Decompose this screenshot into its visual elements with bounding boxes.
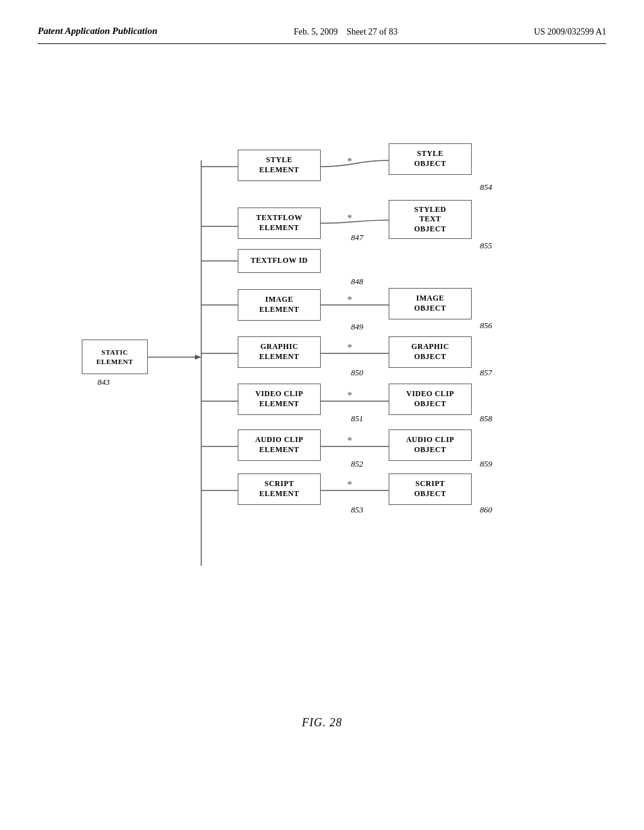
label-850: 850 <box>351 368 364 378</box>
label-847: 847 <box>351 233 364 243</box>
figure-caption: FIG. 28 <box>302 716 342 729</box>
diagram-area: * * * * * * * STATIC ELEMENT STYLE ELEME… <box>63 126 585 597</box>
label-852: 852 <box>351 459 364 469</box>
label-848: 848 <box>351 277 364 287</box>
publication-title: Patent Application Publication <box>38 25 157 38</box>
page-header: Patent Application Publication Feb. 5, 2… <box>38 25 606 44</box>
label-855: 855 <box>480 241 492 251</box>
textflow-element-box: TEXTFLOW ELEMENT <box>238 208 321 239</box>
graphic-object-box: GRAPHIC OBJECT <box>389 336 472 368</box>
svg-text:*: * <box>347 390 352 401</box>
publication-date-sheet: Feb. 5, 2009 Sheet 27 of 83 <box>294 25 397 38</box>
publication-date: Feb. 5, 2009 <box>294 27 338 36</box>
script-element-box: SCRIPT ELEMENT <box>238 473 321 505</box>
image-object-box: IMAGE OBJECT <box>389 288 472 319</box>
svg-text:*: * <box>347 435 352 446</box>
textflow-id-box: TEXTFLOW ID <box>238 249 321 273</box>
graphic-element-box: GRAPHIC ELEMENT <box>238 336 321 368</box>
svg-text:*: * <box>347 479 352 490</box>
script-object-box: SCRIPT OBJECT <box>389 473 472 505</box>
svg-text:*: * <box>347 294 352 305</box>
static-element-box: STATIC ELEMENT <box>82 340 148 374</box>
svg-text:*: * <box>347 156 352 167</box>
audio-clip-object-box: AUDIO CLIP OBJECT <box>389 429 472 461</box>
video-clip-element-box: VIDEO CLIP ELEMENT <box>238 384 321 415</box>
label-849: 849 <box>351 322 364 332</box>
svg-marker-1 <box>195 355 201 360</box>
style-object-box: STYLE OBJECT <box>389 143 472 175</box>
video-clip-object-box: VIDEO CLIP OBJECT <box>389 384 472 415</box>
label-851: 851 <box>351 414 364 424</box>
sheet-info: Sheet 27 of 83 <box>347 27 397 36</box>
style-element-box: STYLE ELEMENT <box>238 150 321 181</box>
svg-text:*: * <box>347 342 352 353</box>
label-853: 853 <box>351 505 364 515</box>
label-858: 858 <box>480 414 492 424</box>
label-854: 854 <box>480 182 492 192</box>
svg-text:*: * <box>347 213 352 223</box>
image-element-box: IMAGE ELEMENT <box>238 289 321 321</box>
label-856: 856 <box>480 321 492 331</box>
styled-text-object-box: STYLED TEXT OBJECT <box>389 200 472 239</box>
label-859: 859 <box>480 459 492 469</box>
label-860: 860 <box>480 505 492 515</box>
label-843: 843 <box>97 377 110 387</box>
page: Patent Application Publication Feb. 5, 2… <box>0 0 644 830</box>
audio-clip-element-box: AUDIO CLIP ELEMENT <box>238 429 321 461</box>
label-857: 857 <box>480 368 492 378</box>
publication-number: US 2009/032599 A1 <box>534 25 606 38</box>
